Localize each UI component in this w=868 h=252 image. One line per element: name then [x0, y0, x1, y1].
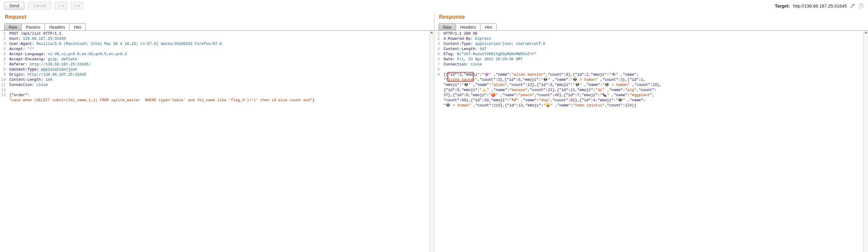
response-code[interactable]: HTTP/1.1 200 OK X-Powered-By: Express Co…: [442, 31, 863, 252]
response-gutter: 1 2 3 4 5 6 7 8 9: [434, 31, 442, 252]
response-title: Response: [434, 11, 868, 23]
panels: Request RawParamsHeadersHex 1 2 3 4 5 6 …: [0, 11, 868, 252]
send-button[interactable]: Send: [4, 2, 24, 10]
help-icon[interactable]: ?: [858, 3, 864, 8]
tab-hex[interactable]: Hex: [480, 23, 497, 30]
response-editor[interactable]: 1 2 3 4 5 6 7 8 9 HTTP/1.1 200 OK X-Powe…: [434, 31, 864, 252]
tab-headers[interactable]: Headers: [456, 23, 481, 30]
request-scrollbar[interactable]: [429, 31, 434, 252]
cancel-button: Cancel: [28, 2, 52, 10]
request-editor[interactable]: 1 2 3 4 5 6 7 8 9 10 11 12 13 POST /api/…: [0, 31, 429, 252]
tab-headers[interactable]: Headers: [44, 23, 70, 30]
request-code[interactable]: POST /api/list HTTP/1.1 Host: 138.68.187…: [8, 31, 429, 252]
request-gutter: 1 2 3 4 5 6 7 8 9 10 11 12 13: [0, 31, 8, 252]
request-panel: Request RawParamsHeadersHex 1 2 3 4 5 6 …: [0, 11, 434, 252]
target-label: Target:: [775, 3, 790, 8]
request-tabs: RawParamsHeadersHex: [0, 23, 434, 30]
tab-hex[interactable]: Hex: [69, 23, 86, 30]
response-scrollbar[interactable]: [863, 31, 868, 252]
request-editor-wrap: 1 2 3 4 5 6 7 8 9 10 11 12 13 POST /api/…: [0, 30, 434, 252]
response-editor-wrap: 1 2 3 4 5 6 7 8 9 HTTP/1.1 200 OK X-Powe…: [434, 30, 868, 252]
response-panel: Response RawHeadersHex 1 2 3 4 5 6 7 8 9…: [434, 11, 868, 252]
next-button: > ▾: [71, 2, 83, 10]
prev-button: < ▾: [55, 2, 67, 10]
tab-params[interactable]: Params: [22, 23, 45, 30]
tab-raw[interactable]: Raw: [4, 23, 22, 30]
scroll-up-icon: [430, 31, 433, 33]
target-url: http://138.68.187.25:31645: [793, 3, 847, 8]
request-title: Request: [0, 11, 434, 23]
target-display: Target: http://138.68.187.25:31645 ?: [775, 3, 864, 8]
toolbar: Send Cancel < ▾ > ▾ Target: http://138.6…: [0, 0, 868, 11]
response-tabs: RawHeadersHex: [434, 23, 868, 30]
pencil-icon[interactable]: [850, 3, 855, 8]
scroll-up-icon: [864, 31, 867, 33]
tab-raw[interactable]: Raw: [438, 23, 456, 30]
